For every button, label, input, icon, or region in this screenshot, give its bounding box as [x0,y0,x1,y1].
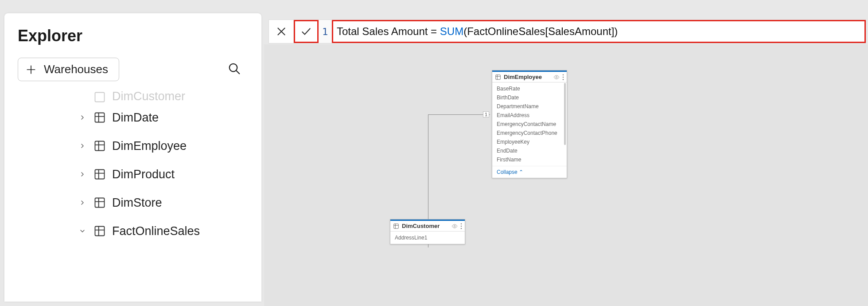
tree-item-dimdate[interactable]: DimDate [78,103,261,132]
field-item[interactable]: EmailAddress [497,111,562,120]
table-icon [93,111,106,124]
field-item[interactable]: AddressLine1 [395,233,460,242]
field-item[interactable]: EndDate [497,146,562,155]
table-icon [93,168,106,180]
tree-item-label: DimDate [112,111,159,125]
chevron-right-icon [78,169,87,179]
relationship-cardinality-label: 1 [483,111,489,118]
field-item[interactable]: EmergencyContactName [497,120,562,129]
svg-point-11 [563,78,564,80]
svg-rect-3 [95,141,105,151]
entity-name: DimEmployee [504,74,542,80]
entity-fields: BaseRate BirthDate DepartmentName EmailA… [492,82,567,166]
search-button[interactable] [225,59,244,79]
svg-rect-5 [95,198,105,208]
svg-point-13 [454,225,455,227]
table-entity-icon [393,223,399,229]
entity-title-row: DimEmployee [492,72,567,82]
entity-dimemployee[interactable]: DimEmployee BaseRate BirthDate Departmen… [492,70,567,178]
explorer-title: Explorer [18,27,261,45]
field-item[interactable]: BaseRate [497,84,562,93]
more-options-icon[interactable] [460,223,462,229]
chevron-down-icon [78,226,87,236]
formula-argument: FactOnlineSales[SalesAmount] [467,25,614,38]
svg-rect-2 [95,113,105,122]
formula-bar: 1 Total Sales Amount = SUM(FactOnlineSal… [269,20,866,43]
svg-point-9 [563,74,564,75]
accept-formula-button[interactable] [294,20,319,43]
relationship-line [428,114,490,115]
chevron-right-icon [78,198,87,208]
formula-function: SUM [440,25,463,38]
field-item[interactable]: EmergencyContactPhone [497,129,562,137]
svg-point-8 [556,76,557,78]
table-icon [93,196,106,209]
svg-point-14 [461,223,462,224]
table-icon [93,225,106,237]
entity-fields: AddressLine1 [390,231,465,244]
checkmark-icon [300,26,312,37]
explorer-panel: Explorer Warehouses DimCustomer DimDate … [4,13,261,302]
svg-point-15 [461,225,462,227]
chevron-right-icon [78,113,87,122]
tree-item-factonlinesales[interactable]: FactOnlineSales [78,217,261,245]
tree-item-label: DimEmployee [112,139,187,153]
visibility-icon[interactable] [553,74,560,80]
entity-inner-scrollbar[interactable] [564,83,566,145]
entity-name: DimCustomer [402,223,440,229]
tree-item-dimproduct[interactable]: DimProduct [78,160,261,188]
search-icon [228,62,241,75]
table-entity-icon [495,74,501,80]
table-icon [93,91,106,103]
field-item[interactable]: FirstName [497,155,562,164]
close-icon [276,26,287,37]
cancel-formula-button[interactable] [269,20,294,43]
formula-line-number: 1 [319,20,332,43]
table-icon [93,140,106,152]
visibility-icon[interactable] [452,223,458,229]
svg-rect-12 [394,224,399,228]
chevron-right-icon [78,141,87,151]
entity-title-row: DimCustomer [390,221,465,231]
svg-rect-1 [95,93,105,102]
tree-item-label: DimProduct [112,168,175,181]
svg-rect-6 [95,227,105,236]
chevron-up-icon: ⌃ [519,169,523,175]
formula-input[interactable]: Total Sales Amount = SUM(FactOnlineSales… [332,20,866,43]
add-warehouses-button[interactable]: Warehouses [18,58,119,81]
field-item[interactable]: BirthDate [497,93,562,102]
warehouses-label: Warehouses [44,63,108,76]
tree-item-dimstore[interactable]: DimStore [78,188,261,217]
formula-measure-name: Total Sales Amount [337,25,428,38]
explorer-toolbar: Warehouses [18,58,261,81]
more-options-icon[interactable] [562,74,564,80]
svg-point-10 [563,76,564,78]
entity-dimcustomer[interactable]: DimCustomer AddressLine1 [390,219,465,244]
plus-icon [25,64,37,75]
tree-item-truncated[interactable]: DimCustomer [78,90,261,103]
svg-point-16 [461,228,462,229]
tree-item-label: FactOnlineSales [112,224,200,238]
explorer-tree: DimCustomer DimDate DimEmployee DimProdu… [18,90,261,245]
field-item[interactable]: DepartmentName [497,102,562,111]
tree-item-label: DimStore [112,196,162,210]
collapse-toggle[interactable]: Collapse ⌃ [492,166,567,178]
tree-item-dimemployee[interactable]: DimEmployee [78,132,261,160]
svg-rect-4 [95,170,105,179]
model-canvas[interactable]: 1 DimEmployee BaseRate BirthDate Departm… [264,44,868,306]
field-item[interactable]: EmployeeKey [497,137,562,146]
svg-rect-7 [496,75,501,79]
tree-item-label: DimCustomer [112,90,185,103]
